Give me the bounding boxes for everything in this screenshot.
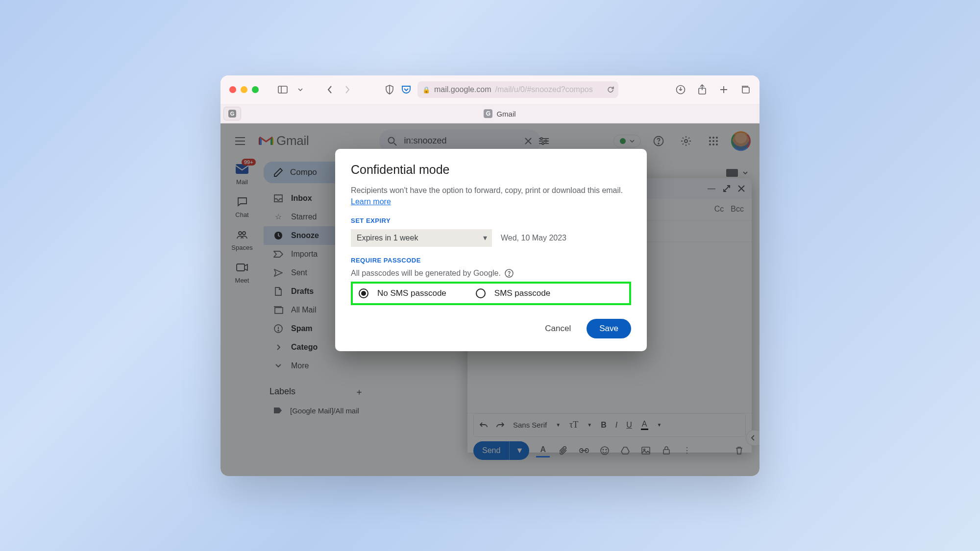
reload-icon[interactable] [607, 86, 614, 94]
favicon-icon: G [484, 109, 492, 118]
nav-back-button[interactable] [324, 84, 335, 95]
browser-window: 🔒 mail.google.com/mail/u/0/#snoozed?comp… [220, 75, 760, 476]
minimize-window-button[interactable] [241, 86, 247, 93]
require-passcode-label: REQUIRE PASSCODE [351, 257, 631, 264]
expiry-date: Wed, 10 May 2023 [501, 234, 566, 242]
tab-title-text: Gmail [496, 110, 515, 118]
passcode-help-text: All passcodes will be generated by Googl… [351, 269, 631, 278]
browser-titlebar: 🔒 mail.google.com/mail/u/0/#snoozed?comp… [220, 75, 760, 105]
pinned-tab[interactable]: G [223, 107, 241, 120]
svg-point-40 [509, 275, 510, 276]
dialog-description: Recipients won't have the option to forw… [351, 185, 631, 207]
caret-down-icon: ▾ [483, 233, 487, 242]
browser-tabbar: G G Gmail [220, 105, 760, 123]
maximize-window-button[interactable] [252, 86, 259, 93]
window-controls [229, 86, 259, 93]
svg-rect-4 [742, 87, 749, 93]
radio-no-sms-label: No SMS passcode [377, 288, 446, 298]
share-icon[interactable] [697, 84, 708, 95]
active-tab[interactable]: G Gmail [243, 109, 757, 118]
url-path: /mail/u/0/#snoozed?compos [495, 85, 593, 94]
tab-overview-icon[interactable] [740, 84, 751, 95]
shield-icon[interactable] [384, 84, 395, 95]
radio-icon [476, 288, 486, 298]
url-host: mail.google.com [434, 85, 491, 94]
address-bar[interactable]: 🔒 mail.google.com/mail/u/0/#snoozed?comp… [417, 81, 618, 98]
expiry-select[interactable]: Expires in 1 week ▾ [351, 229, 492, 247]
confidential-mode-dialog: Confidential mode Recipients won't have … [335, 149, 647, 351]
radio-sms-label: SMS passcode [494, 288, 550, 298]
new-tab-icon[interactable] [718, 84, 729, 95]
gmail-app: Gmail 99+ Mail [220, 123, 760, 476]
radio-icon [359, 288, 368, 298]
expiry-value: Expires in 1 week [357, 234, 418, 242]
lock-icon: 🔒 [422, 86, 430, 94]
sidebar-toggle-icon[interactable] [277, 84, 288, 95]
nav-forward-button[interactable] [342, 84, 353, 95]
passcode-radio-group: No SMS passcode SMS passcode [351, 282, 631, 305]
radio-no-sms[interactable]: No SMS passcode [359, 288, 446, 298]
dialog-title: Confidential mode [351, 163, 631, 177]
close-window-button[interactable] [229, 86, 236, 93]
save-button[interactable]: Save [587, 319, 631, 338]
learn-more-link[interactable]: Learn more [351, 197, 391, 206]
help-icon[interactable] [505, 269, 514, 278]
downloads-icon[interactable] [675, 84, 686, 95]
set-expiry-label: SET EXPIRY [351, 217, 631, 224]
svg-rect-0 [278, 86, 287, 93]
radio-sms[interactable]: SMS passcode [476, 288, 550, 298]
pocket-icon[interactable] [401, 84, 412, 95]
chevron-down-icon[interactable] [295, 84, 306, 95]
cancel-button[interactable]: Cancel [540, 320, 576, 337]
